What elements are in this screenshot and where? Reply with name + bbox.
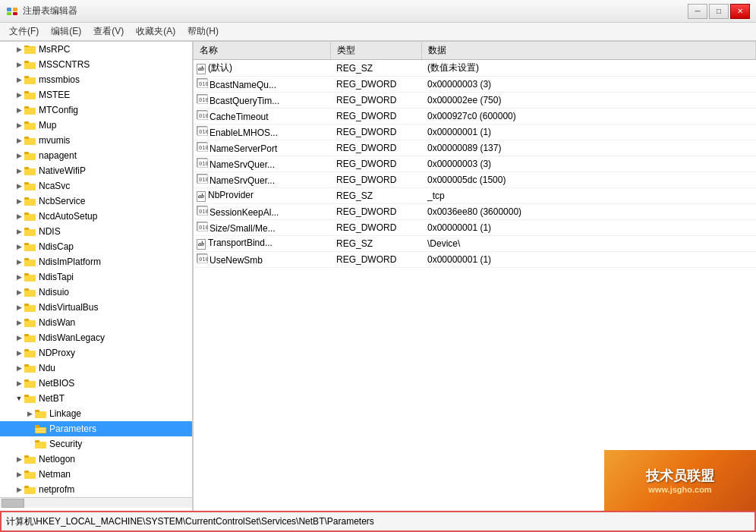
- svg-text:010: 010: [199, 145, 208, 151]
- svg-text:010: 010: [199, 209, 208, 215]
- svg-rect-24: [24, 184, 36, 190]
- svg-rect-19: [24, 137, 29, 139]
- minimize-button[interactable]: ─: [688, 4, 707, 19]
- tree-item-ndis[interactable]: ▶ NDIS: [0, 224, 192, 239]
- svg-rect-7: [24, 47, 36, 54]
- table-row[interactable]: 010Size/Small/Me...REG_DWORD0x00000001 (…: [194, 220, 756, 236]
- tree-item-mup[interactable]: ▶ Mup: [0, 118, 192, 133]
- tree-panel[interactable]: ▶ MsRPC ▶ MSSCNTRS ▶ mssmbios: [0, 42, 194, 511]
- tree-label: NdisWanLegacy: [39, 332, 105, 343]
- tree-item-msrpc[interactable]: ▶ MsRPC: [0, 42, 192, 57]
- expand-arrow: ▶: [14, 317, 24, 328]
- registry-table: 名称 类型 数据 ab(默认)REG_SZ(数值未设置)010BcastName…: [194, 42, 756, 268]
- table-row[interactable]: 010NameSrvQuer...REG_DWORD0x000005dc (15…: [194, 172, 756, 188]
- maximize-button[interactable]: □: [709, 4, 729, 19]
- svg-rect-62: [24, 457, 36, 464]
- tree-item-ndisimplatform[interactable]: ▶ NdisImPlatform: [0, 254, 192, 269]
- expand-arrow: ▶: [14, 287, 24, 297]
- svg-rect-42: [24, 320, 36, 327]
- tree-item-netbios[interactable]: ▶ NetBIOS: [0, 376, 192, 391]
- watermark: 技术员联盟 www.jsgho.com: [604, 450, 756, 511]
- svg-rect-22: [24, 168, 36, 175]
- expand-arrow: ▶: [24, 408, 35, 419]
- svg-rect-46: [24, 351, 36, 357]
- tree-item-mstee[interactable]: ▶ MSTEE: [0, 87, 192, 102]
- svg-rect-33: [24, 243, 29, 245]
- cell-type: REG_DWORD: [330, 156, 421, 172]
- svg-rect-38: [24, 290, 36, 297]
- tree-item-ndisuio[interactable]: ▶ Ndisuio: [0, 285, 192, 300]
- menu-favorites[interactable]: 收藏夹(A): [130, 24, 181, 39]
- folder-icon: [24, 135, 36, 146]
- svg-rect-49: [24, 364, 29, 367]
- col-name: 名称: [194, 42, 330, 60]
- tree-item-ncbservice[interactable]: ▶ NcbService: [0, 194, 192, 209]
- tree-item-ndisvirtualbus[interactable]: ▶ NdisVirtualBus: [0, 300, 192, 315]
- tree-label: mssmbios: [39, 74, 80, 85]
- table-row[interactable]: 010EnableLMHOS...REG_DWORD0x00000001 (1): [194, 124, 756, 140]
- tree-item-netbt[interactable]: ▼ NetBT: [0, 391, 192, 406]
- tree-item-ncasvc[interactable]: ▶ NcaSvc: [0, 178, 192, 194]
- menu-help[interactable]: 帮助(H): [181, 24, 225, 39]
- tree-item-ndiswanlegacy[interactable]: ▶ NdisWanLegacy: [0, 330, 192, 345]
- table-row[interactable]: 010CacheTimeoutREG_DWORD0x000927c0 (6000…: [194, 109, 756, 124]
- svg-rect-28: [24, 214, 36, 221]
- svg-rect-53: [24, 395, 29, 397]
- svg-rect-52: [24, 396, 36, 403]
- svg-rect-29: [24, 212, 29, 215]
- svg-rect-10: [24, 77, 36, 84]
- folder-icon: [24, 120, 36, 131]
- tree-item-parameters[interactable]: ▶ Parameters: [0, 421, 192, 436]
- menu-file[interactable]: 文件(F): [3, 24, 45, 39]
- expand-arrow: ▶: [14, 120, 24, 131]
- tree-item-ncdautosetup[interactable]: ▶ NcdAutoSetup: [0, 209, 192, 224]
- table-row[interactable]: 010BcastNameQu...REG_DWORD0x00000003 (3): [194, 77, 756, 93]
- dword-icon: 010: [197, 126, 207, 135]
- tree-item-ndiswan[interactable]: ▶ NdisWan: [0, 315, 192, 330]
- cell-data: 0x00000003 (3): [421, 156, 756, 172]
- close-button[interactable]: ✕: [730, 4, 750, 19]
- dword-icon: 010: [197, 110, 207, 119]
- registry-panel[interactable]: 名称 类型 数据 ab(默认)REG_SZ(数值未设置)010BcastName…: [194, 42, 756, 511]
- svg-rect-30: [24, 229, 36, 236]
- tree-item-ndproxy[interactable]: ▶ NDProxy: [0, 345, 192, 360]
- tree-item-mssmbios[interactable]: ▶ mssmbios: [0, 72, 192, 87]
- tree-item-security[interactable]: ▶ Security: [0, 436, 192, 452]
- folder-icon: [24, 469, 36, 480]
- tree-item-mtconfig[interactable]: ▶ MTConfig: [0, 102, 192, 118]
- table-row[interactable]: 010NameServerPortREG_DWORD0x00000089 (13…: [194, 140, 756, 156]
- svg-text:010: 010: [199, 129, 208, 135]
- svg-rect-66: [24, 487, 36, 494]
- cell-data: 0x000927c0 (600000): [421, 109, 756, 124]
- folder-icon: [24, 378, 36, 389]
- svg-text:010: 010: [199, 81, 208, 87]
- tree-item-mvumis[interactable]: ▶ mvumis: [0, 133, 192, 148]
- tree-item-msscntrs[interactable]: ▶ MSSCNTRS: [0, 57, 192, 72]
- table-row[interactable]: abNbProviderREG_SZ_tcp: [194, 188, 756, 204]
- expand-arrow: ▶: [14, 469, 24, 480]
- table-row[interactable]: abTransportBind...REG_SZ\Device\: [194, 236, 756, 252]
- tree-item-ndu[interactable]: ▶ Ndu: [0, 360, 192, 376]
- folder-icon: [24, 74, 36, 85]
- folder-icon: [24, 287, 36, 297]
- tree-hscroll[interactable]: [0, 497, 192, 508]
- table-row[interactable]: 010SessionKeepAl...REG_DWORD0x0036ee80 (…: [194, 204, 756, 220]
- tree-item-nativewifip[interactable]: ▶ NativeWifiP: [0, 163, 192, 178]
- tree-item-ndiscap[interactable]: ▶ NdisCap: [0, 239, 192, 254]
- svg-rect-61: [35, 440, 39, 442]
- table-row[interactable]: 010NameSrvQuer...REG_DWORD0x00000003 (3): [194, 156, 756, 172]
- menu-view[interactable]: 查看(V): [87, 24, 130, 39]
- tree-item-netman[interactable]: ▶ Netman: [0, 467, 192, 482]
- cell-type: REG_DWORD: [330, 140, 421, 156]
- table-row[interactable]: 010BcastQueryTim...REG_DWORD0x000002ee (…: [194, 93, 756, 109]
- cell-data: \Device\: [421, 236, 756, 252]
- tree-item-netlogon[interactable]: ▶ Netlogon: [0, 452, 192, 467]
- cell-data: 0x00000001 (1): [421, 252, 756, 268]
- tree-item-napagent[interactable]: ▶ napagent: [0, 148, 192, 163]
- menu-edit[interactable]: 编辑(E): [45, 24, 87, 39]
- table-row[interactable]: 010UseNewSmbREG_DWORD0x00000001 (1): [194, 252, 756, 268]
- tree-item-netprofm[interactable]: ▶ netprofm: [0, 482, 192, 497]
- tree-item-linkage[interactable]: ▶ Linkage: [0, 406, 192, 421]
- tree-item-ndistapi[interactable]: ▶ NdisTapi: [0, 269, 192, 285]
- table-row[interactable]: ab(默认)REG_SZ(数值未设置): [194, 60, 756, 77]
